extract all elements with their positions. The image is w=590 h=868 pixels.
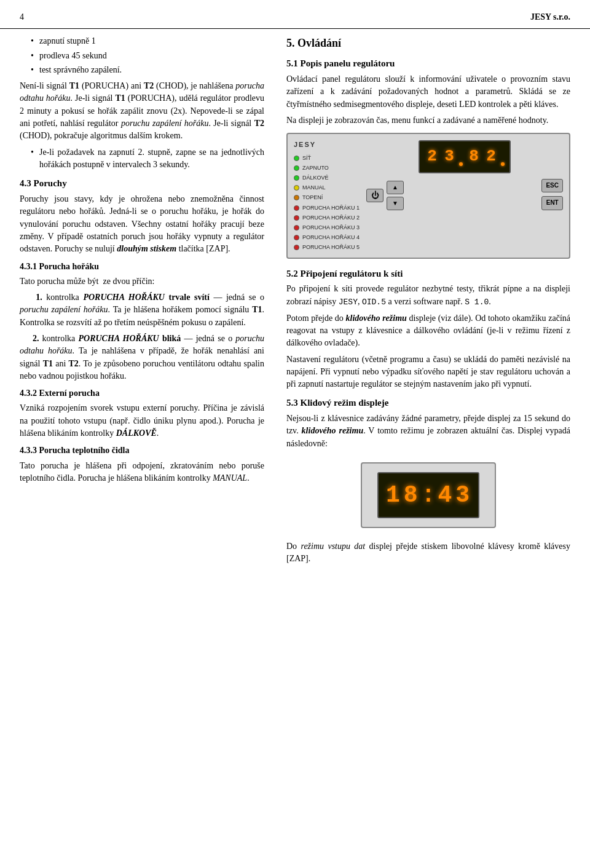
led-topeni-label: TOPENÍ [302,194,323,202]
led-porucha2 [294,215,299,221]
led-sit-label: SÍŤ [302,154,311,162]
led-zapnuto [294,165,299,171]
left-column: zapnutí stupně 1 prodleva 45 sekund test… [0,35,277,857]
page-number: 4 [20,11,24,23]
segment-display: 2 3 8 2 [419,140,511,173]
heading-ovladani: 5. Ovládání [286,35,570,51]
power-button[interactable]: ⏻ [366,189,384,202]
esc-button[interactable]: ESC [541,179,563,193]
seg-d4: 2 [484,145,497,168]
clock-box: 1 8 : 4 3 [361,462,496,528]
seg-d1: 2 [425,145,438,168]
indicator-porucha4: PORUCHA HOŘÁKU 4 [294,234,361,242]
para-433: Tato porucha je hlášena při odpojení, zk… [20,460,264,485]
led-porucha2-label: PORUCHA HOŘÁKU 2 [302,214,360,222]
para-poruchy: Poruchy jsou stavy, kdy je ohrožena nebo… [20,193,264,255]
led-porucha4 [294,235,299,240]
para-432: Vzniká rozpojením svorek vstupu externí … [20,402,264,440]
header: 4 JESY s.r.o. [0,11,590,29]
led-manual-label: MANUAL [302,184,326,192]
heading-433: 4.3.3 Porucha teplotního čidla [20,444,264,457]
led-dalkove-label: DÁLKOVÉ [302,174,329,182]
led-porucha1-label: PORUCHA HOŘÁKU 1 [302,204,360,212]
led-porucha5-label: PORUCHA HOŘÁKU 5 [302,243,360,251]
para-51b: Na displeji je zobrazován čas, menu funk… [286,114,570,127]
controller-brand: JESY [294,140,361,150]
content-columns: zapnutí stupně 1 prodleva 45 sekund test… [0,35,590,857]
indicator-manual: MANUAL [294,184,361,192]
bullet-list-2: Je-li požadavek na zapnutí 2. stupně, za… [20,146,264,172]
heading-51: 5.1 Popis panelu regulátoru [286,57,570,71]
para-431-2: 2. kontrolka PORUCHA HOŘÁKU bliká — jedn… [20,333,264,382]
led-porucha3 [294,225,299,231]
led-dalkove [294,175,299,181]
clock-display: 1 8 : 4 3 [377,472,479,518]
indicator-porucha5: PORUCHA HOŘÁKU 5 [294,243,361,251]
led-manual [294,185,299,191]
controller-indicators: JESY SÍŤ ZAPNUTO DÁLKOVÉ [294,140,361,251]
indicator-topeni: TOPENÍ [294,194,361,202]
heading-431: 4.3.1 Porucha hořáku [20,261,264,273]
led-porucha1 [294,205,299,211]
indicator-sit: SÍŤ [294,154,361,162]
led-topeni [294,195,299,200]
indicator-porucha3: PORUCHA HOŘÁKU 3 [294,224,361,232]
bullet-list-intro: zapnutí stupně 1 prodleva 45 sekund test… [20,35,264,76]
list-item: prodleva 45 sekund [31,50,264,62]
right-column: 5. Ovládání 5.1 Popis panelu regulátoru … [277,35,590,857]
led-porucha3-label: PORUCHA HOŘÁKU 3 [302,224,360,232]
indicator-porucha2: PORUCHA HOŘÁKU 2 [294,214,361,222]
para-53b: Do režimu vstupu dat displej přejde stis… [286,540,570,566]
indicator-porucha1: PORUCHA HOŘÁKU 1 [294,204,361,212]
heading-52: 5.2 Připojení regulátoru k síti [286,267,570,281]
seg-d3: 8 [466,145,480,168]
controller-diagram: JESY SÍŤ ZAPNUTO DÁLKOVÉ [286,133,570,258]
para-51: Ovládací panel regulátoru slouží k infor… [286,73,570,111]
clock-colon: : [422,478,436,512]
led-sit [294,156,299,161]
para-431-intro: Tato porucha může být ze dvou příčin: [20,275,264,288]
ent-button[interactable]: ENT [541,196,563,210]
list-item: Je-li požadavek na zapnutí 2. stupně, za… [31,146,264,172]
heading-poruchy: 4.3 Poruchy [20,177,264,191]
controller-display-area: 2 3 8 2 ⏻ [366,140,563,251]
company-name: JESY s.r.o. [530,11,570,23]
para-t1t2: Není-li signál T1 (PORUCHA) ani T2 (CHOD… [20,80,264,142]
led-zapnuto-label: ZAPNUTO [302,164,329,172]
clock-section: 1 8 : 4 3 [286,456,570,534]
para-52c: Nastavení regulátoru (včetně programu a … [286,353,570,391]
page: 4 JESY s.r.o. zapnutí stupně 1 prodleva … [0,0,590,868]
led-porucha5 [294,245,299,250]
heading-432: 4.3.2 Externí porucha [20,387,264,400]
clock-d1: 1 [386,478,401,512]
heading-53: 5.3 Klidový režim displeje [286,397,570,410]
led-porucha4-label: PORUCHA HOŘÁKU 4 [302,234,360,242]
clock-d4: 3 [455,478,471,512]
para-52b: Potom přejde do klidového režimu displej… [286,312,570,350]
list-item: test správného zapálení. [31,64,264,76]
down-button[interactable]: ▼ [387,197,404,210]
clock-d3: 4 [438,478,453,512]
seg-dot1 [459,162,463,166]
seg-d2: 3 [442,145,455,168]
seg-dot2 [501,162,505,166]
clock-d2: 8 [404,478,419,512]
up-button[interactable]: ▲ [387,181,404,194]
para-431-1: 1. kontrolka PORUCHA HOŘÁKU trvale svítí… [20,291,264,329]
para-52a: Po připojení k síti provede regulátor ne… [286,283,570,308]
indicator-dalkove: DÁLKOVÉ [294,174,361,182]
indicator-zapnuto: ZAPNUTO [294,164,361,172]
list-item: zapnutí stupně 1 [31,35,264,47]
para-53a: Nejsou-li z klávesnice zadávány žádné pa… [286,412,570,450]
